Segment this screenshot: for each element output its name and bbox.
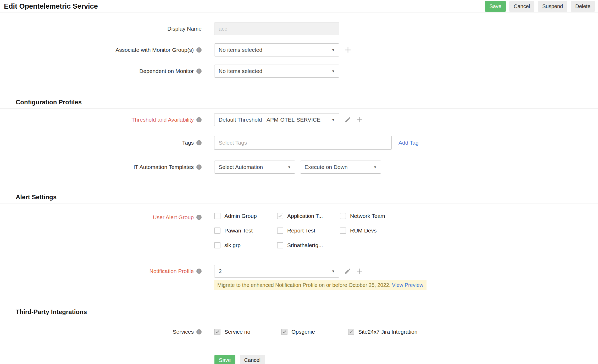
section-divider <box>0 203 598 203</box>
chevron-down-icon: ▼ <box>331 48 335 52</box>
automation-select-value: Select Automation <box>219 164 263 170</box>
threshold-dropdown[interactable]: Default Threshold - APM-OTEL-SERVICE ▼ <box>214 113 339 126</box>
migration-note: Migrate to the enhanced Notification Pro… <box>214 280 427 290</box>
info-icon[interactable]: i <box>196 164 202 170</box>
threshold-row: Threshold and Availability i Default Thr… <box>0 113 598 126</box>
display-name-row: Display Name <box>0 22 598 35</box>
services-label: Services <box>173 329 194 335</box>
checkbox <box>277 228 283 234</box>
threshold-label: Threshold and Availability <box>131 117 194 123</box>
user-alert-group-row: User Alert Group i Admin Group Applicati… <box>0 212 598 256</box>
cancel-button[interactable]: Cancel <box>509 1 534 12</box>
checkbox <box>277 213 283 219</box>
configuration-profiles-section: Configuration Profiles <box>0 99 598 109</box>
automation-execute-value: Execute on Down <box>304 164 348 170</box>
pencil-icon <box>344 268 351 275</box>
check-icon <box>282 329 287 334</box>
alert-settings-section: Alert Settings <box>0 194 598 203</box>
chevron-down-icon: ▼ <box>287 165 291 169</box>
checkbox <box>348 329 354 335</box>
edit-notification-profile-button[interactable] <box>344 268 351 275</box>
check-icon <box>349 329 353 334</box>
user-alert-group-option[interactable]: Network Team <box>340 212 403 220</box>
save-button[interactable]: Save <box>485 1 506 12</box>
add-threshold-button[interactable] <box>356 116 363 123</box>
view-preview-link[interactable]: View Preview <box>392 282 423 288</box>
edit-service-page: Edit Opentelemetric Service Save Cancel … <box>0 0 598 364</box>
automation-execute-dropdown[interactable]: Execute on Down ▼ <box>300 161 381 174</box>
info-icon[interactable]: i <box>196 140 202 145</box>
page-title: Edit Opentelemetric Service <box>4 2 98 10</box>
user-alert-group-option[interactable]: Report Test <box>277 227 340 234</box>
suspend-button[interactable]: Suspend <box>538 1 567 12</box>
checkbox <box>214 228 220 234</box>
notification-profile-row: Notification Profile i 2 ▼ <box>0 265 598 278</box>
automation-select-dropdown[interactable]: Select Automation ▼ <box>214 161 295 174</box>
user-alert-group-option[interactable]: slk grp <box>214 242 277 249</box>
info-icon[interactable]: i <box>196 117 202 122</box>
checkbox <box>277 242 283 248</box>
alert-settings-heading: Alert Settings <box>0 194 598 201</box>
service-option[interactable]: Opsgenie <box>281 328 348 335</box>
add-tag-link[interactable]: Add Tag <box>398 140 419 146</box>
check-icon <box>215 329 220 334</box>
display-name-label: Display Name <box>0 26 202 32</box>
notification-profile-value: 2 <box>219 268 222 274</box>
delete-button[interactable]: Delete <box>571 1 595 12</box>
third-party-section: Third-Party Integrations <box>0 308 598 318</box>
services-row: Services i Service no Opsgenie <box>0 328 598 335</box>
service-option[interactable]: Site24x7 Jira Integration <box>348 328 417 335</box>
info-icon[interactable]: i <box>196 269 202 274</box>
notification-profile-dropdown[interactable]: 2 ▼ <box>214 265 339 278</box>
automation-row: IT Automation Templates i Select Automat… <box>0 161 598 174</box>
user-alert-group-options: Admin Group Application T... Network Tea… <box>214 212 421 256</box>
section-divider <box>0 318 598 318</box>
user-alert-group-option[interactable]: Srinathalertg... <box>277 242 340 249</box>
user-alert-group-label: User Alert Group <box>153 214 194 220</box>
user-alert-group-option[interactable]: Admin Group <box>214 212 277 220</box>
dependent-monitor-row: Dependent on Monitor i No items selected… <box>0 65 598 78</box>
plus-icon <box>344 46 352 54</box>
info-icon[interactable]: i <box>196 215 202 220</box>
chevron-down-icon: ▼ <box>373 165 377 169</box>
notification-profile-label: Notification Profile <box>150 268 194 274</box>
info-icon[interactable]: i <box>196 69 202 74</box>
section-divider <box>0 108 598 109</box>
pencil-icon <box>344 116 351 123</box>
monitor-groups-dropdown[interactable]: No items selected ▼ <box>214 43 339 56</box>
add-notification-profile-button[interactable] <box>356 268 363 275</box>
display-name-input <box>214 22 339 35</box>
check-icon <box>278 214 283 218</box>
page-header: Edit Opentelemetric Service Save Cancel … <box>0 0 598 13</box>
threshold-value: Default Threshold - APM-OTEL-SERVICE <box>219 117 320 123</box>
footer-actions: Save Cancel <box>0 355 598 364</box>
service-option[interactable]: Service no <box>214 328 281 335</box>
dependent-monitor-dropdown[interactable]: No items selected ▼ <box>214 65 339 78</box>
checkbox <box>214 329 220 335</box>
checkbox <box>340 228 346 234</box>
user-alert-group-option[interactable]: Pawan Test <box>214 227 277 234</box>
monitor-groups-label: Associate with Monitor Group(s) <box>115 47 194 53</box>
chevron-down-icon: ▼ <box>331 118 335 122</box>
info-icon[interactable]: i <box>196 329 202 334</box>
monitor-groups-row: Associate with Monitor Group(s) i No ite… <box>0 43 598 56</box>
user-alert-group-option[interactable]: RUM Devs <box>340 227 403 234</box>
services-options: Service no Opsgenie Site24x7 Jira Integr… <box>214 328 417 335</box>
edit-threshold-button[interactable] <box>344 116 351 123</box>
checkbox <box>281 329 287 335</box>
save-button[interactable]: Save <box>214 355 235 364</box>
checkbox <box>214 213 220 219</box>
tags-row: Tags i Add Tag <box>0 136 598 150</box>
checkbox <box>340 213 346 219</box>
migration-note-text: Migrate to the enhanced Notification Pro… <box>217 282 391 288</box>
checkbox <box>214 242 220 248</box>
cancel-button[interactable]: Cancel <box>240 355 265 364</box>
plus-icon <box>356 116 363 123</box>
configuration-profiles-heading: Configuration Profiles <box>0 99 598 106</box>
tags-input[interactable] <box>214 136 392 150</box>
add-monitor-group-button[interactable] <box>344 46 352 54</box>
info-icon[interactable]: i <box>196 47 202 53</box>
migration-note-wrap: Migrate to the enhanced Notification Pro… <box>214 280 598 290</box>
third-party-heading: Third-Party Integrations <box>0 308 598 316</box>
user-alert-group-option[interactable]: Application T... <box>277 212 340 220</box>
